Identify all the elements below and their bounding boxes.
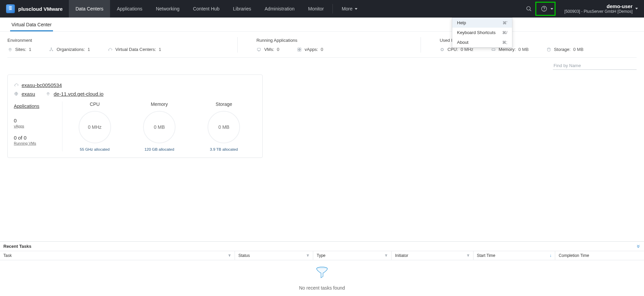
nav-more-label: More <box>342 6 352 11</box>
globe-icon <box>14 91 19 96</box>
svg-line-1 <box>530 10 531 11</box>
card-apps-col: Applications 0 vApps 0 of 0 Running VMs <box>14 101 62 151</box>
nav-items: Data CentersApplicationsNetworkingConten… <box>69 0 331 18</box>
chevron-down-icon <box>551 8 553 10</box>
summary-env-title: Environment <box>7 38 221 43</box>
svg-point-0 <box>527 6 530 10</box>
memory-icon <box>491 47 496 52</box>
topnav-right: demo-user [500903] - PlusServer GmbH [De… <box>522 0 644 18</box>
menu-help[interactable]: Help⌘' <box>452 18 512 28</box>
org-link[interactable]: exasu <box>22 90 35 98</box>
nav-administration[interactable]: Administration <box>258 0 301 18</box>
brand-title: pluscloud VMware <box>18 6 63 12</box>
stat-storage: Storage: 0 MB <box>546 47 584 52</box>
help-button-highlight <box>535 2 556 16</box>
content: Environment Sites: 1 Organizations: 1 Vi… <box>0 32 644 158</box>
svg-point-5 <box>51 48 52 49</box>
chevron-down-icon <box>635 8 638 9</box>
gauge-value: 0 MB <box>208 111 240 143</box>
svg-rect-13 <box>441 49 443 51</box>
vapp-icon <box>297 47 302 52</box>
summary-apps-title: Running Applications <box>257 38 404 43</box>
nav-content-hub[interactable]: Content Hub <box>186 0 226 18</box>
search-row <box>7 58 637 75</box>
stat-vms: VMs: 0 <box>257 47 279 52</box>
chevron-down-icon <box>355 8 357 10</box>
search-button[interactable] <box>522 2 535 15</box>
nav-libraries[interactable]: Libraries <box>226 0 258 18</box>
gauge-storage: Storage0 MB3.9 TB allocated <box>192 101 256 151</box>
storage-icon <box>546 47 551 52</box>
vdc-card[interactable]: exasu-bc0050534 exasu de-11.vcd.get-clou… <box>7 75 263 158</box>
vdc-name-link[interactable]: exasu-bc0050534 <box>22 81 62 90</box>
svg-point-15 <box>547 48 550 49</box>
search-icon <box>526 5 532 12</box>
svg-rect-14 <box>492 49 495 50</box>
menu-keyboard-shortcuts[interactable]: Keyboard Shortcuts⌘/ <box>452 28 512 37</box>
summary-apps: Running Applications VMs: 0 vApps: 0 <box>238 37 421 53</box>
user-name: demo-user <box>564 3 633 9</box>
gauge-memory: Memory0 MB120 GB allocated <box>127 101 191 151</box>
cloud-icon <box>108 47 113 52</box>
summary-environment: Environment Sites: 1 Organizations: 1 Vi… <box>7 37 238 53</box>
org-icon <box>49 47 54 52</box>
gauge-allocated: 3.9 TB allocated <box>210 147 238 151</box>
menu-about[interactable]: About⌘; <box>452 37 512 47</box>
pin-icon <box>7 47 12 52</box>
gauge-allocated: 120 GB allocated <box>144 147 174 151</box>
nav-applications[interactable]: Applications <box>110 0 149 18</box>
site-link[interactable]: de-11.vcd.get-cloud.io <box>54 90 104 98</box>
gauge-title: CPU <box>90 101 100 107</box>
help-button[interactable] <box>538 2 551 15</box>
brand[interactable]: pluscloud VMware <box>0 0 69 18</box>
search-input[interactable] <box>553 62 637 70</box>
stat-vapps: vApps: 0 <box>297 47 323 52</box>
nav-separator <box>332 4 333 13</box>
nav-data-centers[interactable]: Data Centers <box>69 0 110 18</box>
menu-item-shortcut: ⌘; <box>502 40 507 45</box>
gauges: CPU0 MHz55 GHz allocatedMemory0 MB120 GB… <box>62 101 256 151</box>
nav-networking[interactable]: Networking <box>149 0 186 18</box>
svg-rect-11 <box>298 50 299 51</box>
svg-rect-10 <box>300 48 301 49</box>
nav-more[interactable]: More <box>335 0 364 18</box>
menu-item-label: About <box>457 40 468 45</box>
svg-point-4 <box>9 49 10 50</box>
svg-rect-12 <box>300 50 301 51</box>
subtabs: Virtual Data Center <box>0 18 644 32</box>
user-text: demo-user [500903] - PlusServer GmbH [De… <box>564 3 633 14</box>
card-header: exasu-bc0050534 exasu de-11.vcd.get-clou… <box>14 81 256 98</box>
gauge-value: 0 MHz <box>79 111 111 143</box>
vapps-sub[interactable]: vApps <box>14 124 62 128</box>
vm-icon <box>257 47 262 52</box>
svg-point-17 <box>48 93 48 94</box>
stat-memory: Memory: 0 MB <box>491 47 529 52</box>
pin-icon <box>46 91 51 96</box>
stat-vdc: Virtual Data Centers: 1 <box>108 47 161 52</box>
help-icon <box>541 5 547 12</box>
vms-count: 0 of 0 <box>14 135 62 141</box>
menu-item-label: Help <box>457 20 466 25</box>
vms-sub[interactable]: Running VMs <box>14 141 62 145</box>
svg-rect-8 <box>258 48 261 50</box>
menu-item-label: Keyboard Shortcuts <box>457 30 495 35</box>
stat-cpu: CPU: 0 MHz <box>440 47 474 52</box>
svg-point-3 <box>544 10 544 10</box>
menu-item-shortcut: ⌘' <box>503 21 507 25</box>
help-dropdown: Help⌘'Keyboard Shortcuts⌘/About⌘; <box>452 18 512 48</box>
gauge-title: Memory <box>151 101 168 107</box>
subtab-vdc[interactable]: Virtual Data Center <box>10 19 53 31</box>
nav-monitor[interactable]: Monitor <box>301 0 331 18</box>
vapps-count: 0 <box>14 118 62 123</box>
top-nav: pluscloud VMware Data CentersApplication… <box>0 0 644 18</box>
user-menu[interactable]: demo-user [500903] - PlusServer GmbH [De… <box>556 3 644 14</box>
cpu-icon <box>440 47 445 52</box>
stat-orgs: Organizations: 1 <box>49 47 90 52</box>
cloud-icon <box>14 83 19 88</box>
menu-item-shortcut: ⌘/ <box>502 30 507 35</box>
summary-row: Environment Sites: 1 Organizations: 1 Vi… <box>7 36 637 58</box>
gauge-title: Storage <box>216 101 232 107</box>
card-apps-title[interactable]: Applications <box>14 103 62 109</box>
user-org: [500903] - PlusServer GmbH [Demos] <box>564 9 633 14</box>
gauge-value: 0 MB <box>143 111 176 143</box>
